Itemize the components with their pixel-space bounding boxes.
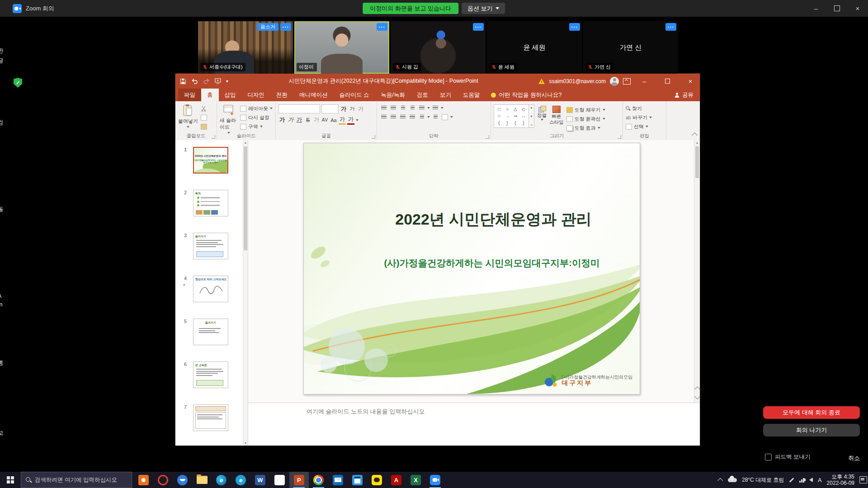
zoom-maximize-button[interactable] <box>826 0 847 17</box>
participant-more-menu[interactable]: ··· <box>377 23 387 31</box>
columns-button[interactable] <box>418 113 426 121</box>
collapse-ribbon-icon[interactable] <box>692 132 698 138</box>
reset-button[interactable]: 다시 설정 <box>240 113 273 122</box>
taskbar-clock[interactable]: 오후 4:35 2022-06-09 <box>827 474 854 486</box>
shape-icon[interactable]: ⇒ <box>514 113 517 118</box>
slide-thumbnail-6[interactable]: 6 본 교육은 <box>193 361 228 388</box>
dialog-launcher-icon[interactable] <box>618 135 621 139</box>
tab-record[interactable]: 녹음/녹화 <box>375 89 410 101</box>
font-color-button[interactable]: 가 <box>347 115 354 125</box>
notification-center-icon[interactable] <box>859 476 867 483</box>
quick-styles-button[interactable]: 빠른 스타일 <box>549 104 564 132</box>
slideshow-icon[interactable] <box>215 78 221 84</box>
tab-review[interactable]: 검토 <box>411 89 434 101</box>
shape-icon[interactable]: ) <box>523 121 524 126</box>
justify-button[interactable] <box>408 113 416 121</box>
end-meeting-for-all-button[interactable]: 모두에 대해 회의 종료 <box>763 406 860 419</box>
shape-effects-button[interactable]: 도형 효과 <box>566 124 605 132</box>
text-shadow-button[interactable]: 가 <box>313 116 320 124</box>
taskbar-app-explorer[interactable] <box>192 472 212 488</box>
tab-help[interactable]: 도움말 <box>457 89 486 101</box>
video-tile-participant-4[interactable]: 윤 세원 ··· 윤 세원 <box>487 21 582 74</box>
convert-smartart-button[interactable] <box>441 113 449 121</box>
shape-fill-button[interactable]: 도형 채우기 <box>566 106 605 114</box>
shape-icon[interactable]: △ <box>514 107 517 112</box>
tab-slideshow[interactable]: 슬라이드 쇼 <box>334 89 375 101</box>
participant-more-menu[interactable]: ··· <box>280 23 291 31</box>
shrink-font-button[interactable]: 가 <box>349 105 356 113</box>
taskbar-app-edge[interactable]: e <box>212 472 231 488</box>
view-options-button[interactable]: 옵션 보기 <box>462 3 505 14</box>
slide-scrollbar[interactable]: ▲ <box>694 140 700 403</box>
bullets-button[interactable] <box>380 104 388 112</box>
numbering-button[interactable] <box>389 104 397 112</box>
notes-pane[interactable]: 여기에 슬라이드 노트의 내용을 입력하십시오 <box>248 403 700 446</box>
shape-outline-button[interactable]: 도형 윤곽선 <box>566 115 605 123</box>
taskbar-app-hancom[interactable] <box>134 472 153 488</box>
underline-button[interactable]: 가 <box>296 116 303 124</box>
participant-more-menu[interactable]: ··· <box>569 23 580 31</box>
video-tile-participant-1[interactable]: 음소거 ··· 서종수(대구대) <box>198 21 293 74</box>
slide-thumbnail-5[interactable]: 5 들어가기 <box>193 319 228 345</box>
zoom-minimize-button[interactable]: – <box>806 0 826 17</box>
cancel-button[interactable]: 취소 <box>848 454 860 462</box>
start-button[interactable] <box>0 472 21 488</box>
taskbar-app-chrome[interactable] <box>309 472 328 488</box>
tab-view[interactable]: 보기 <box>434 89 457 101</box>
ppt-restore-button[interactable] <box>658 74 677 89</box>
find-button[interactable]: 찾기 <box>626 104 663 113</box>
weather-text[interactable]: 28°C 대체로 흐림 <box>742 476 784 484</box>
participant-more-menu[interactable]: ··· <box>665 23 676 31</box>
account-email[interactable]: ssaim0301@naver.com <box>549 78 606 84</box>
taskbar-app-acrobat[interactable]: A <box>387 472 406 488</box>
dialog-launcher-icon[interactable] <box>372 135 375 139</box>
strikethrough-button[interactable]: S <box>304 116 311 124</box>
zoom-close-button[interactable]: × <box>847 0 868 17</box>
redo-icon[interactable] <box>203 78 210 84</box>
next-slide-button[interactable] <box>694 394 700 399</box>
pen-icon[interactable] <box>789 478 794 483</box>
slide-canvas[interactable]: 2022년 시민단체운영과 관리 (사)가정을건강하게하는 시민의모임대구지부:… <box>303 143 640 394</box>
copy-button[interactable] <box>201 113 207 122</box>
thumbnail-scrollbar[interactable]: ▲ ▼ <box>243 140 248 446</box>
align-right-button[interactable] <box>399 113 407 121</box>
slide-thumbnail-1[interactable]: 1 2022년 시민단체운영과 관리 (사)가정을건강하게하는 시민의모임대구지… <box>193 147 228 174</box>
hidden-icons-chevron[interactable] <box>717 478 723 483</box>
shape-icon[interactable]: □ <box>498 107 500 112</box>
bold-button[interactable]: 가 <box>278 116 286 124</box>
dialog-launcher-icon[interactable] <box>212 135 215 139</box>
taskbar-app-zoom[interactable] <box>425 472 445 488</box>
ime-indicator[interactable]: A <box>818 477 822 483</box>
italic-button[interactable]: 가 <box>287 116 294 124</box>
video-tile-participant-5[interactable]: 가연 신 ··· 가연 신 <box>583 21 678 74</box>
undo-icon[interactable] <box>191 78 198 84</box>
ppt-close-button[interactable]: × <box>681 74 700 89</box>
align-left-button[interactable] <box>380 113 388 121</box>
line-spacing-button[interactable] <box>418 104 426 112</box>
tab-file[interactable]: 파일 <box>178 89 201 101</box>
shape-icon[interactable]: ( <box>514 121 516 126</box>
taskbar-app-calculator[interactable] <box>348 472 367 488</box>
shape-icon[interactable]: ◇ <box>522 107 525 112</box>
scrollbar-thumb[interactable] <box>695 146 699 178</box>
shapes-gallery-scroll[interactable]: ▲▼≡ <box>529 104 534 128</box>
slide-thumbnail-3[interactable]: 3 들어가기 <box>193 233 228 259</box>
leave-meeting-button[interactable]: 회의 나가기 <box>763 424 860 436</box>
scrollbar-thumb[interactable] <box>244 146 247 250</box>
slide-thumbnail-7[interactable]: 7 <box>193 404 228 431</box>
shape-icon[interactable]: } <box>506 121 508 126</box>
new-slide-button[interactable]: 새 슬라이드 <box>220 103 237 134</box>
clear-formatting-button[interactable]: 가 <box>357 105 364 113</box>
taskbar-app-opera[interactable] <box>153 472 173 488</box>
paste-button[interactable]: 붙여넣기 <box>178 103 198 131</box>
taskbar-app-internet-explorer[interactable]: e <box>231 472 250 488</box>
video-tile-participant-2[interactable]: ··· 이정미 <box>294 21 389 74</box>
arrange-button[interactable]: 정렬 <box>537 104 547 132</box>
align-text-button[interactable] <box>431 113 439 121</box>
ribbon-display-options-icon[interactable] <box>623 78 631 84</box>
dialog-launcher-icon[interactable] <box>486 135 489 139</box>
tab-transitions[interactable]: 전환 <box>270 89 293 101</box>
tab-animations[interactable]: 애니메이션 <box>293 89 334 101</box>
share-button[interactable]: 공유 <box>675 89 693 101</box>
taskbar-app-photos[interactable] <box>270 472 289 488</box>
